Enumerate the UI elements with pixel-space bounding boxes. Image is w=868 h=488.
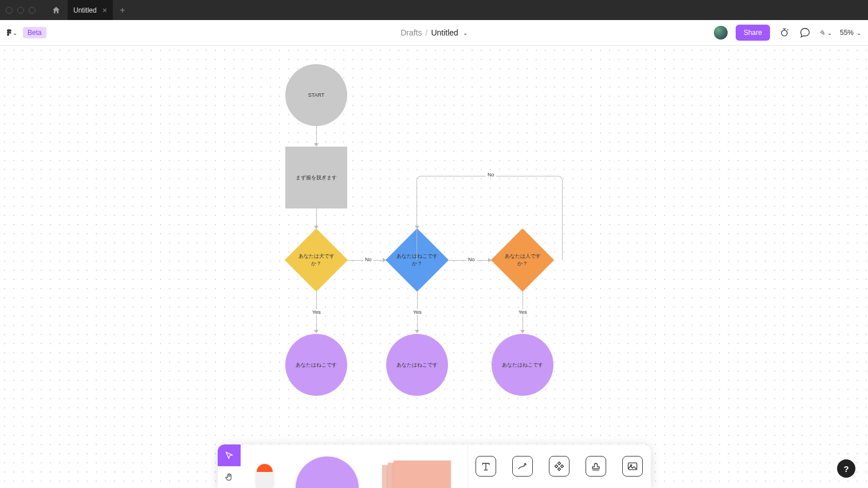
ai-button[interactable]: ⌄ bbox=[819, 26, 832, 39]
arrowhead-icon bbox=[520, 330, 525, 333]
svg-point-0 bbox=[9, 32, 11, 34]
user-avatar[interactable] bbox=[714, 26, 728, 40]
image-tool[interactable] bbox=[622, 456, 643, 477]
figma-logo-icon bbox=[7, 27, 11, 38]
tool-select-group bbox=[218, 444, 241, 488]
chevron-down-icon: ⌄ bbox=[13, 30, 17, 36]
beta-badge: Beta bbox=[23, 27, 46, 38]
node-label: あなたはねこです bbox=[296, 361, 337, 369]
node-result-1[interactable]: あなたはねこです bbox=[285, 334, 347, 396]
arrowhead-icon bbox=[415, 330, 419, 333]
svg-point-1 bbox=[781, 30, 787, 36]
marker-tool[interactable] bbox=[257, 464, 273, 488]
header-bar: ⌄ Beta Drafts / Untitled ⌄ Share ⌄ 55% ⌄ bbox=[0, 20, 868, 46]
node-decision-1[interactable]: あなたは犬ですか？ bbox=[285, 229, 347, 291]
text-icon bbox=[480, 461, 492, 472]
widgets-tool[interactable] bbox=[549, 456, 569, 477]
shape-tool[interactable] bbox=[296, 456, 359, 488]
node-result-2[interactable]: あなたはねこです bbox=[386, 334, 448, 396]
zoom-control[interactable]: 55% ⌄ bbox=[840, 29, 861, 37]
stamp-icon bbox=[590, 461, 602, 472]
titlebar: Untitled × + bbox=[0, 0, 868, 20]
node-label: あなたはねこですか？ bbox=[395, 253, 439, 267]
connector-label-yes: Yes bbox=[311, 309, 323, 315]
document-tab[interactable]: Untitled × bbox=[68, 0, 113, 20]
help-label: ? bbox=[843, 464, 849, 474]
node-start[interactable]: START bbox=[285, 64, 347, 126]
arrowhead-icon bbox=[415, 226, 419, 229]
diamond-grid-icon bbox=[553, 461, 565, 472]
node-label: START bbox=[308, 92, 325, 98]
connector bbox=[316, 126, 317, 144]
breadcrumb-separator: / bbox=[425, 28, 427, 37]
minimize-window-icon[interactable] bbox=[17, 7, 24, 14]
stamp-tool[interactable] bbox=[586, 456, 606, 477]
node-label: あなたは人ですか？ bbox=[500, 253, 545, 267]
breadcrumb-title[interactable]: Untitled bbox=[431, 28, 458, 37]
tool-shapes-group bbox=[241, 444, 468, 488]
chevron-down-icon: ⌄ bbox=[857, 30, 861, 36]
connector-label-no: No bbox=[363, 257, 374, 262]
chevron-down-icon[interactable]: ⌄ bbox=[463, 30, 468, 36]
home-button[interactable] bbox=[47, 6, 65, 15]
node-label: あなたはねこです bbox=[396, 361, 438, 369]
toolbar bbox=[218, 444, 651, 488]
arrowhead-icon bbox=[314, 330, 319, 333]
window-controls bbox=[6, 7, 36, 14]
move-tool[interactable] bbox=[218, 444, 241, 466]
canvas[interactable]: START まず服を脱ぎます あなたは犬ですか？ No あなたはねこですか？ N… bbox=[0, 46, 868, 488]
share-button[interactable]: Share bbox=[736, 25, 770, 41]
home-icon bbox=[52, 6, 61, 15]
breadcrumb: Drafts / Untitled ⌄ bbox=[400, 28, 468, 37]
connector bbox=[316, 208, 317, 227]
node-label: まず服を脱ぎます bbox=[296, 174, 337, 182]
tab-title: Untitled bbox=[73, 6, 97, 14]
connector-tool[interactable] bbox=[512, 456, 533, 477]
node-label: あなたは犬ですか？ bbox=[294, 253, 339, 267]
timer-button[interactable] bbox=[778, 26, 791, 39]
connector-loopback bbox=[417, 176, 563, 260]
hand-tool[interactable] bbox=[218, 466, 241, 488]
node-result-3[interactable]: あなたはねこです bbox=[492, 334, 553, 396]
cursor-icon bbox=[225, 451, 234, 460]
connector-label-no: No bbox=[486, 172, 496, 178]
connector-label-yes: Yes bbox=[411, 309, 423, 315]
sun-icon bbox=[779, 27, 790, 38]
image-icon bbox=[627, 461, 638, 472]
hand-icon bbox=[225, 473, 234, 482]
node-label: あなたはねこです bbox=[502, 361, 543, 369]
zoom-value: 55% bbox=[840, 29, 854, 37]
breadcrumb-parent[interactable]: Drafts bbox=[400, 28, 422, 37]
maximize-window-icon[interactable] bbox=[29, 7, 36, 14]
chevron-down-icon: ⌄ bbox=[827, 30, 832, 36]
chat-icon bbox=[799, 27, 811, 38]
close-tab-icon[interactable]: × bbox=[103, 6, 107, 15]
main-menu-button[interactable]: ⌄ bbox=[7, 27, 17, 38]
tool-icons-group bbox=[468, 444, 651, 488]
sparkle-icon bbox=[819, 27, 825, 38]
help-button[interactable]: ? bbox=[837, 459, 855, 478]
sticky-note-tool[interactable] bbox=[382, 461, 451, 488]
node-step1[interactable]: まず服を脱ぎます bbox=[285, 147, 347, 208]
connector-label-yes: Yes bbox=[517, 309, 529, 315]
comments-button[interactable] bbox=[799, 26, 811, 39]
new-tab-button[interactable]: + bbox=[113, 5, 132, 15]
close-window-icon[interactable] bbox=[6, 7, 13, 14]
text-tool[interactable] bbox=[476, 456, 496, 477]
connector-icon bbox=[517, 461, 528, 472]
